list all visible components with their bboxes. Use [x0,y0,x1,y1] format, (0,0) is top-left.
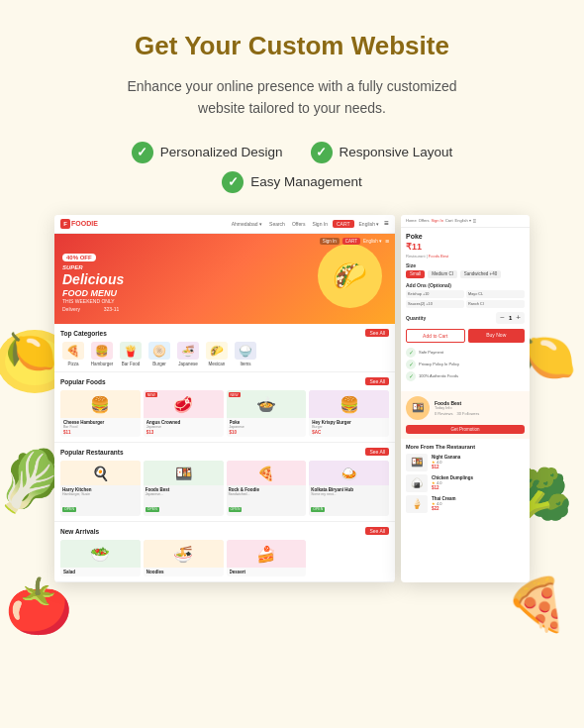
mock-arrival-name-1: Salad [63,570,138,574]
mock-rest-img-3: 🍕 [227,461,307,485]
feature-label-1: Personalized Design [160,145,283,159]
mock-right-nav-signin: Sign In [432,218,443,224]
mock-addon-2[interactable]: Mayo CL [466,290,525,298]
mock-nav-lang: English ▾ [357,220,382,228]
mock-more-price-2: $12 [432,485,525,490]
check-icon-3 [222,171,243,193]
mock-qty-plus[interactable]: + [516,314,521,322]
mock-food-card-1[interactable]: 🍔 Cheese Hamburger Bar Food $11 [60,390,141,437]
mock-rest-info-4: Kolkata Biryani Hub Some my next... OPEN [309,485,389,516]
mock-food-price-1: $11 [63,430,138,435]
mock-nav-offers: Offers [290,220,308,228]
mock-nav-location: Ahmedabad ▾ [230,220,264,228]
mock-restaurant-section: 🍱 Foods Best Today Info 0 Reviews 30 Fol… [401,391,530,439]
mock-arrival-1[interactable]: 🥗 Salad [60,540,141,576]
mock-add-options: Ketchup +10 Mayo CL Sauces(2) +10 Ranch … [406,290,525,308]
mock-hero-food: 🌮 [318,244,387,313]
mock-rest-badge-3: OPEN [229,507,243,512]
mock-rest-card-2[interactable]: 🍱 Foods Best Japanese... OPEN [144,461,224,516]
mock-feature-text-payment: Safe Payment [419,350,443,355]
mock-size-large[interactable]: Sandwiched +40 [460,270,501,278]
mock-category-label-pizza: Pizza [67,362,78,366]
mock-get-promo-btn[interactable]: Get Promotion [406,425,525,434]
mock-more-section: More From The Restaurant 🍱 Night Ganana … [401,439,530,518]
mock-addon-3[interactable]: Sauces(2) +10 [406,300,464,308]
mock-qty-label: Quantity [406,315,426,321]
mock-logo-text: FOODIE [71,220,98,227]
mock-new-arrivals-see-all[interactable]: See All [365,527,389,535]
mock-addon-4[interactable]: Ranch Cl [466,300,525,308]
mock-popular-foods-see-all[interactable]: See All [365,377,389,385]
mock-add-cart-btn[interactable]: Add to Cart [406,329,465,343]
mock-food-card-4[interactable]: 🍔 Hey Krispy Burger Burger $AC [309,390,389,437]
mock-food-img-4: 🍔 [309,390,389,418]
mock-qty-minus[interactable]: − [500,314,505,322]
mock-food-price-2: $13 [146,430,221,435]
mock-food-card-2[interactable]: 🥩 NEW Angus Crowned Japanese $13 [144,390,224,437]
mock-rest-badge-2: OPEN [146,507,159,512]
mock-buy-now-btn[interactable]: Buy Now [468,329,526,343]
mock-size-medium[interactable]: Medium Cl [428,270,457,278]
mock-rest-card-3[interactable]: 🍕 Rock & Foodie Sandwiched... OPEN [227,461,307,516]
feature-easy-management: Easy Management [222,171,362,193]
mock-food-info-1: Cheese Hamburger Bar Food $11 [60,418,141,437]
mock-category-img-pizza: 🍕 [62,342,84,360]
mock-rest-img-4: 🍛 [309,461,389,485]
mock-more-item-3[interactable]: 🍦 Thai Cream ★ 4.0 $22 [406,495,525,513]
mock-restaurants-header: Popular Restaurants See All [60,448,389,456]
mock-rest-card-1[interactable]: 🍳 Harry Kitchen Hamburger, Susie OPEN [60,461,141,516]
mock-product-size-label: Size [406,262,525,268]
mock-qty-row: Quantity − 1 + [406,312,525,324]
mock-category-img-mexican: 🌮 [206,342,228,360]
mock-arrival-name-2: Noodles [146,570,221,574]
mock-rest-card-4[interactable]: 🍛 Kolkata Biryani Hub Some my next... OP… [309,461,389,516]
mock-size-small[interactable]: Small [406,270,425,278]
mock-categories-see-all[interactable]: See All [365,329,389,337]
mock-hero-nav-lang2: English ▾ [363,239,382,244]
check-icon-2 [311,142,333,163]
mock-addon-1[interactable]: Ketchup +10 [406,290,464,298]
mock-category-barfood[interactable]: 🍟 Bar Food [118,342,144,366]
mock-product-restaurant: Foods Best [429,254,448,259]
deco-tomato-left: 🍅 [5,574,74,644]
mock-more-price-3: $22 [432,506,525,511]
mock-rest-info-1: Harry Kitchen Hamburger, Susie OPEN [60,485,141,516]
mockup-left-panel: F FOODIE Ahmedabad ▾ Search Offers Sign … [54,215,395,583]
mock-arrival-info-1: Salad [60,568,141,576]
mock-category-japanese[interactable]: 🍜 Japanese [175,342,201,366]
check-icon-1 [132,142,153,163]
mock-food-card-3[interactable]: 🍲 NEW Poke Japanese $10 [227,390,307,437]
mock-right-nav-home: Home [406,218,417,224]
mock-category-label-japanese: Japanese [178,362,198,366]
mock-qty-controls: − 1 + [496,312,525,324]
mock-food-sub-4: Burger [312,425,386,429]
mock-hero-sub: Delivery 323-11 [62,306,124,312]
mock-nav-cart[interactable]: CART [333,220,354,228]
mock-hero-badge: 40% OFF [62,254,96,261]
mock-more-item-2[interactable]: 🍙 Chicken Dumplings ★ 4.0 $12 [406,474,525,492]
mock-food-badge-2: NEW [146,392,157,397]
mock-category-buns[interactable]: 🫓 Burger [146,342,172,366]
mock-feature-icon-authentic: ✓ [406,371,416,381]
mock-arrival-2[interactable]: 🍜 Noodles [144,540,224,576]
mock-category-mexican[interactable]: 🌮 Mexican [204,342,230,366]
mock-rest-img-1: 🍳 [60,461,141,485]
mock-restaurants-see-all[interactable]: See All [365,448,389,456]
deco-pizza-right: 🍕 [505,574,579,649]
mock-header: F FOODIE Ahmedabad ▾ Search Offers Sign … [54,215,395,234]
mock-category-items[interactable]: 🍚 Items [233,342,258,366]
mock-product-section: Poke ₹11 Restaurant | Foods Best Size Sm… [401,228,530,391]
mock-category-pizza[interactable]: 🍕 Pizza [60,342,86,366]
mock-food-price-3: $10 [230,430,304,435]
mock-category-burger[interactable]: 🍔 Hamburger [89,342,115,366]
mock-rest-info-2: Foods Best Japanese... OPEN [144,485,224,516]
feature-label-3: Easy Management [250,174,362,189]
website-mockup: F FOODIE Ahmedabad ▾ Search Offers Sign … [54,215,530,583]
mock-more-title: More From The Restaurant [406,444,525,450]
mock-arrival-3[interactable]: 🍰 Dessert [227,540,307,576]
mock-feature-text-authentic: 100% Authentic Foods [419,373,458,378]
mock-hero-nav-menu2: ≡ [385,238,389,245]
mock-more-item-1[interactable]: 🍱 Night Ganana ★ 4.0 $12 [406,454,525,471]
mock-right-nav-offers: Offers [419,218,430,224]
features-row-1: Personalized Design Responsive Layout [132,142,453,163]
